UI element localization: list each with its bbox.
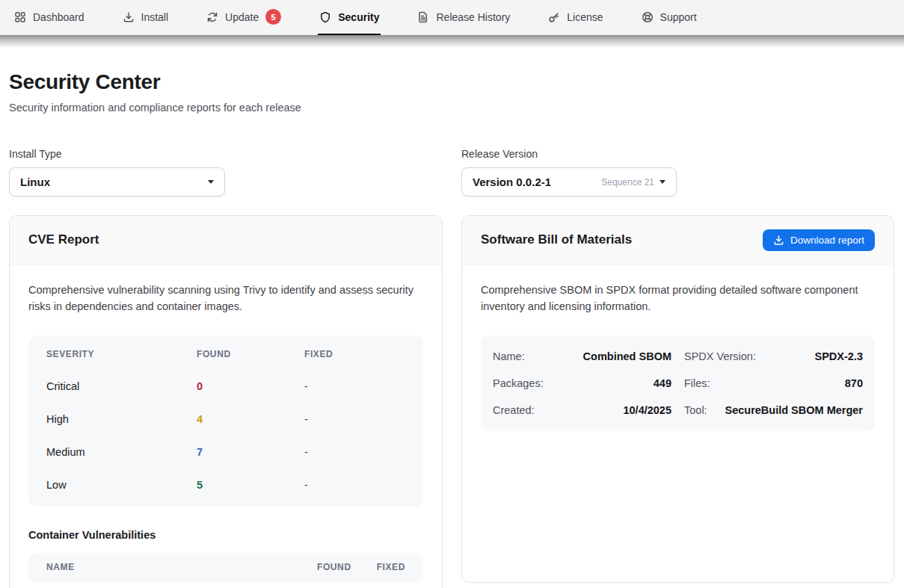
report-cards: CVE Report Comprehensive vulnerability s… [9,215,895,588]
sbom-card: Software Bill of Materials Download repo… [461,215,894,583]
page-subtitle: Security information and compliance repo… [9,102,895,114]
filters-row: Install Type Linux Release Version Versi… [9,148,895,196]
install-type-label: Install Type [9,148,443,160]
nav-tab-label: Security [338,11,379,23]
info-label: Tool: [684,404,707,416]
security-center-page: Security Center Security information and… [0,70,904,588]
cve-report-card: CVE Report Comprehensive vulnerability s… [9,215,443,588]
top-nav: Dashboard Install Update 5 Security [0,0,904,35]
severity-row-low: Low 5 - [46,479,405,491]
info-value: Combined SBOM [583,350,671,362]
install-type-select[interactable]: Linux [9,167,225,196]
sbom-info-created: Created: 10/4/2025 [493,397,671,424]
download-report-label: Download report [790,235,864,246]
nav-tab-label: Dashboard [33,11,84,23]
sbom-info-grid: Name: Combined SBOM SPDX Version: SPDX-2… [481,335,875,431]
release-version-select[interactable]: Version 0.0.2-1 Sequence 21 [461,167,677,196]
severity-fixed-value: - [304,380,405,392]
sbom-header: Software Bill of Materials Download repo… [462,216,894,264]
download-report-button[interactable]: Download report [763,229,875,251]
severity-name: Critical [46,380,197,392]
container-vulnerabilities-title: Container Vulnerabilities [28,529,423,541]
severity-table-header: SEVERITY FOUND FIXED [46,349,405,359]
sbom-info-files: Files: 870 [684,370,863,397]
cve-report-description: Comprehensive vulnerability scanning usi… [28,282,423,315]
nav-tab-label: License [567,11,603,23]
update-count-badge: 5 [265,9,281,25]
found-col-header: FOUND [197,349,304,359]
shield-icon [319,11,331,23]
severity-row-high: High 4 - [46,413,405,425]
chevron-down-icon [659,180,665,184]
sbom-info-name: Name: Combined SBOM [493,343,671,370]
severity-row-medium: Medium 7 - [46,446,405,458]
info-label: Packages: [493,377,544,389]
severity-found-value: 4 [197,413,304,425]
severity-found-value: 7 [197,446,304,458]
found-col-header: FOUND [317,562,351,572]
info-label: Files: [684,377,710,389]
name-col-header: NAME [46,562,317,572]
nav-tab-label: Support [660,11,697,23]
severity-row-critical: Critical 0 - [46,380,405,392]
refresh-icon [206,11,218,23]
info-label: Created: [493,404,535,416]
release-version-value: Version 0.0.2-1 [473,176,601,188]
sbom-info-spdx-version: SPDX Version: SPDX-2.3 [684,343,863,370]
sbom-info-tool: Tool: SecureBuild SBOM Merger [684,397,863,424]
document-icon [417,11,429,23]
nav-tab-license[interactable]: License [547,0,604,35]
nav-tab-update[interactable]: Update 5 [205,0,283,35]
lifebuoy-icon [642,11,654,23]
chevron-down-icon [208,180,214,184]
info-value: 449 [654,377,671,389]
severity-found-value: 5 [197,479,304,491]
release-version-label: Release Version [461,148,894,160]
install-type-filter: Install Type Linux [9,148,443,196]
nav-tab-security[interactable]: Security [318,0,381,35]
download-icon [773,235,784,246]
severity-name: High [46,413,197,425]
info-value: 10/4/2025 [623,404,671,416]
cve-report-title: CVE Report [28,232,99,247]
cve-report-body: Comprehensive vulnerability scanning usi… [10,264,442,588]
release-sequence-label: Sequence 21 [601,177,654,188]
severity-col-header: SEVERITY [46,349,197,359]
nav-tab-label: Update [225,11,259,23]
sbom-body: Comprehensive SBOM in SPDX format provid… [462,264,894,449]
nav-tab-label: Install [141,11,169,23]
container-vuln-table-header: NAME FOUND FIXED [28,553,423,582]
info-value: 870 [845,377,863,389]
fixed-col-header: FIXED [304,349,405,359]
cve-report-header: CVE Report [10,216,442,264]
severity-name: Medium [46,446,197,458]
info-label: SPDX Version: [684,350,756,362]
key-icon [548,11,560,23]
sbom-info-packages: Packages: 449 [493,370,671,397]
info-value: SPDX-2.3 [815,350,863,362]
nav-tab-dashboard[interactable]: Dashboard [13,0,86,35]
page-title: Security Center [9,70,895,94]
download-icon [123,11,135,23]
info-value: SecureBuild SBOM Merger [725,404,863,416]
nav-tab-support[interactable]: Support [640,0,698,35]
info-label: Name: [493,350,525,362]
severity-name: Low [46,479,197,491]
severity-table: SEVERITY FOUND FIXED Critical 0 - High 4… [28,335,423,507]
nav-tab-label: Release History [436,11,510,23]
content-scroll-shadow [0,35,904,48]
install-type-value: Linux [20,176,208,188]
severity-found-value: 0 [197,380,304,392]
release-version-filter: Release Version Version 0.0.2-1 Sequence… [461,148,894,196]
fixed-col-header: FIXED [377,562,405,572]
nav-tab-install[interactable]: Install [121,0,170,35]
sbom-description: Comprehensive SBOM in SPDX format provid… [481,282,875,315]
severity-fixed-value: - [304,446,405,458]
severity-fixed-value: - [304,413,405,425]
severity-fixed-value: - [304,479,405,491]
dashboard-grid-icon [14,11,26,23]
nav-tab-release-history[interactable]: Release History [416,0,511,35]
sbom-title: Software Bill of Materials [481,232,632,247]
